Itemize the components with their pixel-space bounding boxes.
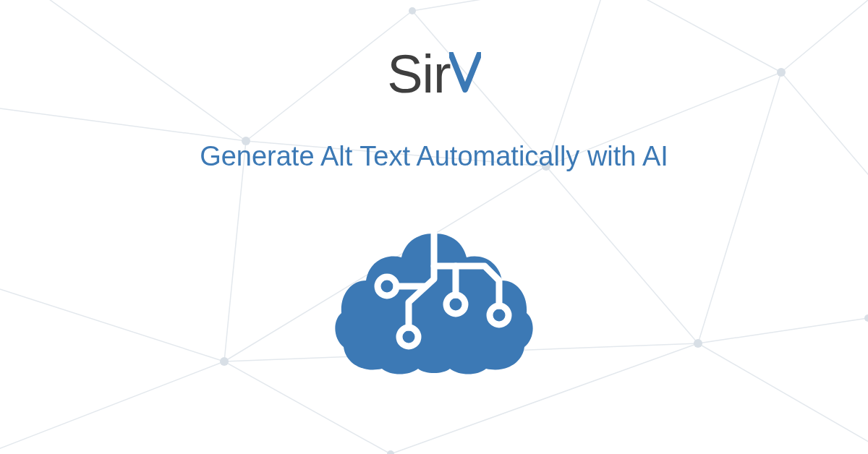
ai-brain-icon (333, 223, 535, 377)
headline: Generate Alt Text Automatically with AI (200, 141, 668, 172)
hero-content: Sir Generate Alt Text Automatically with… (0, 0, 868, 454)
sirv-logo: Sir (387, 43, 480, 105)
logo-text-sir: Sir (387, 43, 450, 105)
logo-text-v (449, 43, 481, 105)
